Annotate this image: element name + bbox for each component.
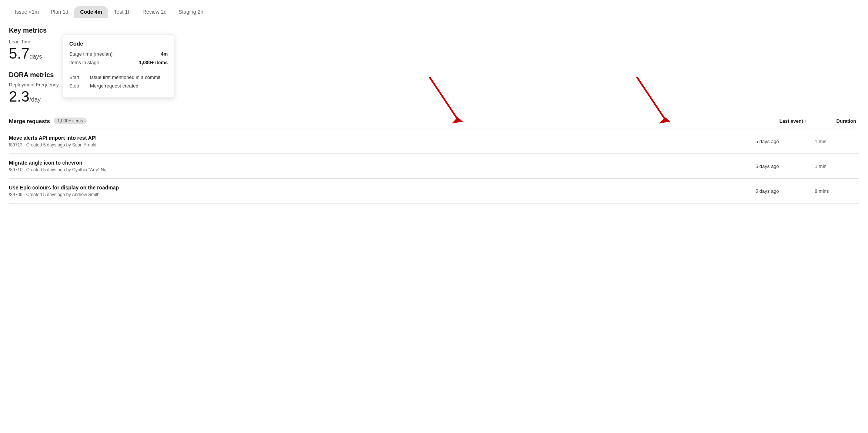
row-subtitle-1: !89713 · Created 5 days ago by Sean Arno… — [9, 142, 755, 148]
row-last-event-2: 5 days ago — [755, 163, 815, 169]
row-left-1: Move alerts API import into rest API !89… — [9, 135, 755, 148]
tooltip-stage-time-value: 4m — [161, 51, 168, 57]
row-title-3[interactable]: Use Epic colours for display on the road… — [9, 185, 755, 191]
row-title-2[interactable]: Migrate angle icon to chevron — [9, 160, 755, 166]
table-row: Move alerts API import into rest API !89… — [9, 129, 859, 154]
row-left-3: Use Epic colours for display on the road… — [9, 185, 755, 197]
tab-review[interactable]: Review 2d — [137, 6, 173, 18]
tab-staging[interactable]: Staging 2h — [173, 6, 209, 18]
row-duration-1: 1 min — [815, 139, 859, 144]
tooltip-start-value: Issue first mentioned in a commit — [90, 75, 160, 80]
tooltip-stage-time-row: Stage time (median) 4m — [69, 51, 168, 57]
table-row: Use Epic colours for display on the road… — [9, 179, 859, 204]
tooltip-items-label: Items in stage — [69, 60, 99, 65]
key-metrics-title: Key metrics — [9, 27, 90, 34]
tooltip-stop-label: Stop — [69, 83, 84, 89]
stage-tabs-container: Issue <1m Plan 1d Code 4m Test 1h Review… — [0, 0, 868, 18]
merge-requests-table: Merge requests 1,000+ items Last event ↓… — [9, 113, 859, 204]
tab-code[interactable]: Code 4m — [74, 6, 108, 18]
table-header-left: Merge requests 1,000+ items — [9, 118, 779, 124]
sort-icon[interactable]: ↓ — [805, 119, 807, 123]
tab-issue[interactable]: Issue <1m — [9, 6, 45, 18]
tooltip-start-label: Start — [69, 75, 84, 80]
col-header-last-event[interactable]: Last event ↓ — [779, 118, 807, 124]
tooltip-items-row: Items in stage 1,000+ items — [69, 60, 168, 65]
row-last-event-1: 5 days ago — [755, 139, 815, 144]
tooltip-stop-value: Merge request created — [90, 83, 138, 89]
table-header-right: Last event ↓ Duration — [779, 118, 856, 124]
table-row: Migrate angle icon to chevron !89710 · C… — [9, 154, 859, 179]
items-badge: 1,000+ items — [54, 118, 87, 124]
code-tooltip-dropdown: Code Stage time (median) 4m Items in sta… — [63, 34, 174, 98]
table-header: Merge requests 1,000+ items Last event ↓… — [9, 113, 859, 129]
tab-plan[interactable]: Plan 1d — [45, 6, 74, 18]
tooltip-start-row: Start Issue first mentioned in a commit — [69, 75, 168, 80]
tooltip-items-value: 1,000+ items — [139, 60, 168, 65]
tooltip-divider — [69, 70, 168, 70]
row-left-2: Migrate angle icon to chevron !89710 · C… — [9, 160, 755, 172]
tooltip-stage-time-label: Stage time (median) — [69, 51, 113, 57]
tooltip-title: Code — [69, 40, 168, 47]
col-header-duration: Duration — [837, 118, 856, 124]
row-duration-2: 1 min — [815, 163, 859, 169]
row-title-1[interactable]: Move alerts API import into rest API — [9, 135, 755, 141]
tooltip-stop-row: Stop Merge request created — [69, 83, 168, 89]
tab-test[interactable]: Test 1h — [108, 6, 137, 18]
row-subtitle-3: !89709 · Created 5 days ago by Andrew Sm… — [9, 192, 755, 197]
row-duration-3: 8 mins — [815, 188, 859, 194]
row-subtitle-2: !89710 · Created 5 days ago by Cynthia "… — [9, 167, 755, 172]
merge-requests-title: Merge requests — [9, 118, 50, 124]
row-last-event-3: 5 days ago — [755, 188, 815, 194]
